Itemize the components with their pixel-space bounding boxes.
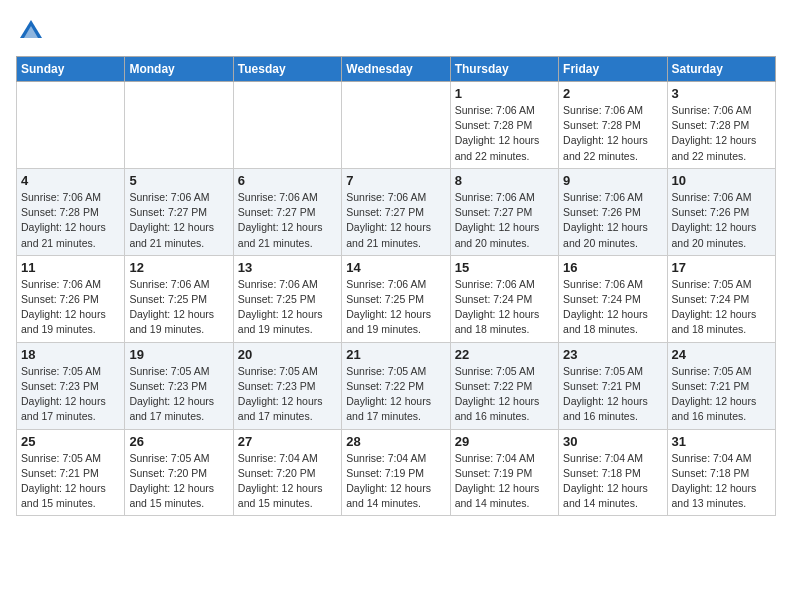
calendar-cell: 17 Sunrise: 7:05 AM Sunset: 7:24 PM Dayl… bbox=[667, 255, 775, 342]
calendar-cell: 12 Sunrise: 7:06 AM Sunset: 7:25 PM Dayl… bbox=[125, 255, 233, 342]
calendar-cell: 9 Sunrise: 7:06 AM Sunset: 7:26 PM Dayli… bbox=[559, 168, 667, 255]
day-info: Sunrise: 7:06 AM Sunset: 7:28 PM Dayligh… bbox=[563, 103, 662, 164]
calendar-cell bbox=[233, 82, 341, 169]
calendar-cell: 29 Sunrise: 7:04 AM Sunset: 7:19 PM Dayl… bbox=[450, 429, 558, 516]
calendar-cell: 3 Sunrise: 7:06 AM Sunset: 7:28 PM Dayli… bbox=[667, 82, 775, 169]
day-info: Sunrise: 7:06 AM Sunset: 7:25 PM Dayligh… bbox=[238, 277, 337, 338]
calendar-table: SundayMondayTuesdayWednesdayThursdayFrid… bbox=[16, 56, 776, 516]
day-info: Sunrise: 7:05 AM Sunset: 7:21 PM Dayligh… bbox=[563, 364, 662, 425]
day-number: 1 bbox=[455, 86, 554, 101]
calendar-cell: 8 Sunrise: 7:06 AM Sunset: 7:27 PM Dayli… bbox=[450, 168, 558, 255]
calendar-cell: 20 Sunrise: 7:05 AM Sunset: 7:23 PM Dayl… bbox=[233, 342, 341, 429]
day-info: Sunrise: 7:05 AM Sunset: 7:23 PM Dayligh… bbox=[129, 364, 228, 425]
calendar-cell: 21 Sunrise: 7:05 AM Sunset: 7:22 PM Dayl… bbox=[342, 342, 450, 429]
calendar-cell: 10 Sunrise: 7:06 AM Sunset: 7:26 PM Dayl… bbox=[667, 168, 775, 255]
calendar-cell: 30 Sunrise: 7:04 AM Sunset: 7:18 PM Dayl… bbox=[559, 429, 667, 516]
day-info: Sunrise: 7:06 AM Sunset: 7:27 PM Dayligh… bbox=[455, 190, 554, 251]
calendar-cell: 1 Sunrise: 7:06 AM Sunset: 7:28 PM Dayli… bbox=[450, 82, 558, 169]
day-info: Sunrise: 7:06 AM Sunset: 7:26 PM Dayligh… bbox=[563, 190, 662, 251]
day-number: 6 bbox=[238, 173, 337, 188]
day-number: 4 bbox=[21, 173, 120, 188]
day-number: 11 bbox=[21, 260, 120, 275]
weekday-header: Sunday bbox=[17, 57, 125, 82]
day-info: Sunrise: 7:06 AM Sunset: 7:25 PM Dayligh… bbox=[129, 277, 228, 338]
day-info: Sunrise: 7:04 AM Sunset: 7:18 PM Dayligh… bbox=[672, 451, 771, 512]
day-info: Sunrise: 7:05 AM Sunset: 7:23 PM Dayligh… bbox=[21, 364, 120, 425]
day-number: 14 bbox=[346, 260, 445, 275]
day-number: 5 bbox=[129, 173, 228, 188]
day-number: 2 bbox=[563, 86, 662, 101]
calendar-cell bbox=[125, 82, 233, 169]
calendar-cell: 27 Sunrise: 7:04 AM Sunset: 7:20 PM Dayl… bbox=[233, 429, 341, 516]
calendar-cell: 11 Sunrise: 7:06 AM Sunset: 7:26 PM Dayl… bbox=[17, 255, 125, 342]
day-info: Sunrise: 7:05 AM Sunset: 7:22 PM Dayligh… bbox=[455, 364, 554, 425]
day-number: 30 bbox=[563, 434, 662, 449]
calendar-cell: 6 Sunrise: 7:06 AM Sunset: 7:27 PM Dayli… bbox=[233, 168, 341, 255]
day-number: 15 bbox=[455, 260, 554, 275]
day-number: 20 bbox=[238, 347, 337, 362]
day-info: Sunrise: 7:06 AM Sunset: 7:25 PM Dayligh… bbox=[346, 277, 445, 338]
day-number: 7 bbox=[346, 173, 445, 188]
calendar-week-row: 1 Sunrise: 7:06 AM Sunset: 7:28 PM Dayli… bbox=[17, 82, 776, 169]
day-info: Sunrise: 7:04 AM Sunset: 7:18 PM Dayligh… bbox=[563, 451, 662, 512]
calendar-week-row: 25 Sunrise: 7:05 AM Sunset: 7:21 PM Dayl… bbox=[17, 429, 776, 516]
weekday-header: Tuesday bbox=[233, 57, 341, 82]
day-info: Sunrise: 7:06 AM Sunset: 7:24 PM Dayligh… bbox=[455, 277, 554, 338]
day-info: Sunrise: 7:05 AM Sunset: 7:21 PM Dayligh… bbox=[21, 451, 120, 512]
calendar-week-row: 4 Sunrise: 7:06 AM Sunset: 7:28 PM Dayli… bbox=[17, 168, 776, 255]
day-number: 22 bbox=[455, 347, 554, 362]
day-number: 26 bbox=[129, 434, 228, 449]
day-number: 28 bbox=[346, 434, 445, 449]
calendar-cell: 26 Sunrise: 7:05 AM Sunset: 7:20 PM Dayl… bbox=[125, 429, 233, 516]
calendar-cell: 31 Sunrise: 7:04 AM Sunset: 7:18 PM Dayl… bbox=[667, 429, 775, 516]
calendar-cell: 25 Sunrise: 7:05 AM Sunset: 7:21 PM Dayl… bbox=[17, 429, 125, 516]
calendar-cell: 13 Sunrise: 7:06 AM Sunset: 7:25 PM Dayl… bbox=[233, 255, 341, 342]
weekday-header: Thursday bbox=[450, 57, 558, 82]
day-info: Sunrise: 7:06 AM Sunset: 7:26 PM Dayligh… bbox=[21, 277, 120, 338]
day-number: 25 bbox=[21, 434, 120, 449]
calendar-week-row: 18 Sunrise: 7:05 AM Sunset: 7:23 PM Dayl… bbox=[17, 342, 776, 429]
day-info: Sunrise: 7:04 AM Sunset: 7:19 PM Dayligh… bbox=[455, 451, 554, 512]
day-number: 12 bbox=[129, 260, 228, 275]
day-number: 31 bbox=[672, 434, 771, 449]
day-number: 9 bbox=[563, 173, 662, 188]
day-number: 16 bbox=[563, 260, 662, 275]
day-info: Sunrise: 7:06 AM Sunset: 7:28 PM Dayligh… bbox=[672, 103, 771, 164]
day-info: Sunrise: 7:05 AM Sunset: 7:20 PM Dayligh… bbox=[129, 451, 228, 512]
day-info: Sunrise: 7:06 AM Sunset: 7:28 PM Dayligh… bbox=[21, 190, 120, 251]
day-info: Sunrise: 7:04 AM Sunset: 7:19 PM Dayligh… bbox=[346, 451, 445, 512]
weekday-header: Monday bbox=[125, 57, 233, 82]
day-info: Sunrise: 7:06 AM Sunset: 7:27 PM Dayligh… bbox=[129, 190, 228, 251]
day-number: 27 bbox=[238, 434, 337, 449]
day-info: Sunrise: 7:05 AM Sunset: 7:22 PM Dayligh… bbox=[346, 364, 445, 425]
day-number: 29 bbox=[455, 434, 554, 449]
day-number: 19 bbox=[129, 347, 228, 362]
day-info: Sunrise: 7:06 AM Sunset: 7:27 PM Dayligh… bbox=[346, 190, 445, 251]
calendar-cell: 22 Sunrise: 7:05 AM Sunset: 7:22 PM Dayl… bbox=[450, 342, 558, 429]
day-number: 10 bbox=[672, 173, 771, 188]
day-info: Sunrise: 7:06 AM Sunset: 7:24 PM Dayligh… bbox=[563, 277, 662, 338]
day-number: 17 bbox=[672, 260, 771, 275]
day-info: Sunrise: 7:05 AM Sunset: 7:21 PM Dayligh… bbox=[672, 364, 771, 425]
weekday-header: Saturday bbox=[667, 57, 775, 82]
calendar-cell: 14 Sunrise: 7:06 AM Sunset: 7:25 PM Dayl… bbox=[342, 255, 450, 342]
day-info: Sunrise: 7:04 AM Sunset: 7:20 PM Dayligh… bbox=[238, 451, 337, 512]
calendar-cell: 2 Sunrise: 7:06 AM Sunset: 7:28 PM Dayli… bbox=[559, 82, 667, 169]
calendar-cell: 7 Sunrise: 7:06 AM Sunset: 7:27 PM Dayli… bbox=[342, 168, 450, 255]
day-number: 24 bbox=[672, 347, 771, 362]
day-number: 8 bbox=[455, 173, 554, 188]
day-number: 3 bbox=[672, 86, 771, 101]
day-info: Sunrise: 7:06 AM Sunset: 7:28 PM Dayligh… bbox=[455, 103, 554, 164]
day-info: Sunrise: 7:05 AM Sunset: 7:24 PM Dayligh… bbox=[672, 277, 771, 338]
logo-icon bbox=[16, 16, 46, 46]
calendar-cell: 16 Sunrise: 7:06 AM Sunset: 7:24 PM Dayl… bbox=[559, 255, 667, 342]
calendar-cell bbox=[342, 82, 450, 169]
weekday-header: Friday bbox=[559, 57, 667, 82]
day-number: 18 bbox=[21, 347, 120, 362]
calendar-cell: 4 Sunrise: 7:06 AM Sunset: 7:28 PM Dayli… bbox=[17, 168, 125, 255]
calendar-header-row: SundayMondayTuesdayWednesdayThursdayFrid… bbox=[17, 57, 776, 82]
calendar-cell: 28 Sunrise: 7:04 AM Sunset: 7:19 PM Dayl… bbox=[342, 429, 450, 516]
calendar-week-row: 11 Sunrise: 7:06 AM Sunset: 7:26 PM Dayl… bbox=[17, 255, 776, 342]
day-info: Sunrise: 7:06 AM Sunset: 7:26 PM Dayligh… bbox=[672, 190, 771, 251]
calendar-cell: 23 Sunrise: 7:05 AM Sunset: 7:21 PM Dayl… bbox=[559, 342, 667, 429]
